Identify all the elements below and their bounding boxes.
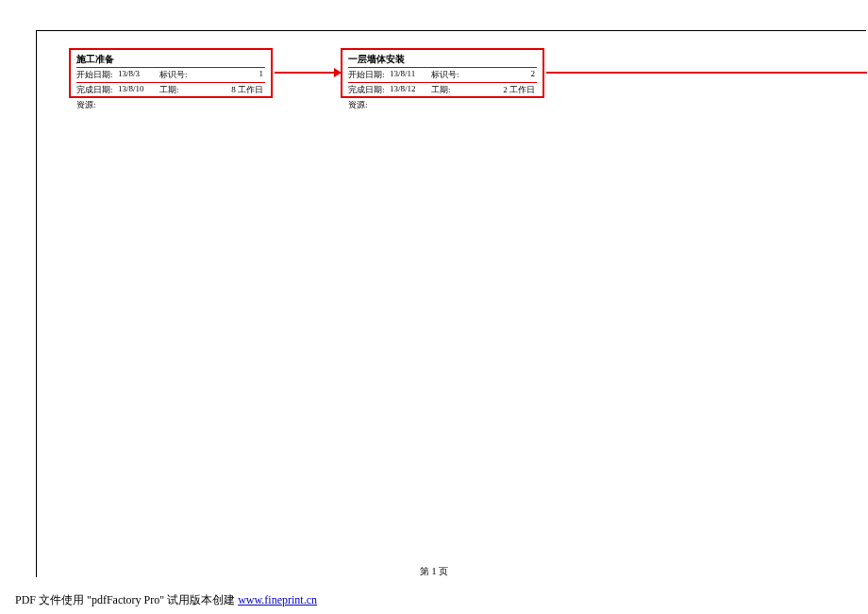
duration-value: 8 工作日 (193, 84, 265, 96)
footer-text: PDF 文件使用 "pdfFactory Pro" 试用版本创建 (15, 593, 238, 606)
resource-label: 资源: (348, 98, 537, 111)
finish-date-value: 13/8/10 (118, 84, 159, 96)
id-label: 标识号: (431, 69, 465, 81)
finish-date-label: 完成日期: (76, 84, 118, 96)
finish-date-label: 完成日期: (348, 84, 390, 96)
task-row-start: 开始日期: 13/8/3 标识号: 1 (76, 68, 265, 83)
page-number: 第 1 页 (0, 565, 868, 578)
footer-link[interactable]: www.fineprint.cn (238, 593, 317, 606)
footer: PDF 文件使用 "pdfFactory Pro" 试用版本创建 www.fin… (15, 592, 317, 608)
duration-value: 2 工作日 (465, 84, 537, 96)
task-row-finish: 完成日期: 13/8/10 工期: 8 工作日 (76, 83, 265, 98)
task-title: 一层墙体安装 (348, 52, 537, 68)
arrow-connector-icon (275, 72, 341, 74)
task-box-2: 一层墙体安装 开始日期: 13/8/11 标识号: 2 完成日期: 13/8/1… (341, 48, 544, 98)
duration-label: 工期: (431, 84, 465, 96)
task-row-finish: 完成日期: 13/8/12 工期: 2 工作日 (348, 83, 537, 98)
id-value: 2 (465, 69, 537, 81)
id-value: 1 (193, 69, 265, 81)
start-date-label: 开始日期: (76, 69, 118, 81)
diagram-area: 施工准备 开始日期: 13/8/3 标识号: 1 完成日期: 13/8/10 工… (37, 31, 866, 577)
start-date-value: 13/8/11 (390, 69, 431, 81)
task-title: 施工准备 (76, 52, 265, 68)
resource-label: 资源: (76, 98, 265, 111)
id-label: 标识号: (159, 69, 193, 81)
finish-date-value: 13/8/12 (390, 84, 431, 96)
task-row-start: 开始日期: 13/8/11 标识号: 2 (348, 68, 537, 83)
page-frame: 施工准备 开始日期: 13/8/3 标识号: 1 完成日期: 13/8/10 工… (36, 30, 866, 577)
connector-line-out (546, 72, 867, 74)
start-date-label: 开始日期: (348, 69, 390, 81)
duration-label: 工期: (159, 84, 193, 96)
task-box-1: 施工准备 开始日期: 13/8/3 标识号: 1 完成日期: 13/8/10 工… (69, 48, 273, 98)
start-date-value: 13/8/3 (118, 69, 159, 81)
